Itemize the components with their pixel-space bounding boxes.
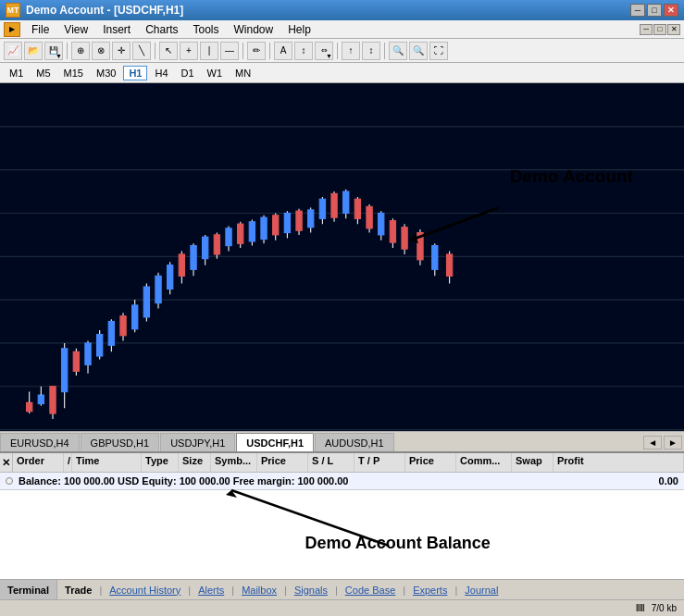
title-bar: MT Demo Account - [USDCHF,H1] ─ □ ✕ [0, 0, 684, 20]
zoom-btn[interactable]: 🔍 [389, 42, 407, 60]
crosshair-btn[interactable]: ✛ [112, 42, 131, 60]
tf-d1[interactable]: D1 [176, 66, 200, 80]
zoom-out2-btn[interactable]: 🔍 [409, 42, 428, 60]
minimize-button[interactable]: ─ [630, 4, 645, 17]
svg-rect-40 [191, 246, 196, 270]
svg-rect-36 [168, 265, 173, 290]
svg-rect-13 [38, 395, 44, 403]
demo-balance-annotation: Demo Account Balance [305, 534, 490, 553]
tf-mn[interactable]: MN [230, 66, 256, 80]
chart-scroll-left[interactable]: ◄ [643, 436, 662, 450]
svg-rect-30 [132, 305, 138, 329]
tf-m15[interactable]: M15 [58, 66, 89, 80]
candlestick-chart [0, 83, 684, 451]
svg-rect-34 [155, 276, 161, 302]
tab-signals[interactable]: Signals [287, 583, 335, 598]
open-btn[interactable]: 📂 [24, 42, 43, 60]
svg-rect-44 [214, 235, 219, 254]
svg-rect-62 [319, 199, 325, 218]
plus-btn[interactable]: + [180, 42, 198, 60]
tab-mailbox[interactable]: Mailbox [234, 583, 284, 598]
tf-m1[interactable]: M1 [4, 66, 29, 80]
zoom-out-btn[interactable]: ⊗ [92, 42, 110, 60]
svg-rect-80 [432, 246, 438, 270]
svg-rect-58 [296, 211, 302, 230]
svg-rect-60 [308, 210, 314, 228]
close-button[interactable]: ✕ [664, 4, 678, 17]
tf-m30[interactable]: M30 [91, 66, 121, 80]
svg-rect-54 [273, 216, 279, 235]
terminal-panel: ✕ Order / Time Type Size Symb... Price S… [0, 451, 684, 599]
line-btn[interactable]: ╲ [132, 42, 151, 60]
menu-file[interactable]: File [24, 21, 56, 38]
tab-journal[interactable]: Journal [457, 583, 505, 598]
restore-button[interactable]: □ [647, 4, 662, 17]
zoom-in-btn[interactable]: ⊕ [71, 42, 90, 60]
chart-tab-eurusd-h4[interactable]: EURUSD,H4 [0, 433, 80, 451]
svg-rect-28 [120, 316, 126, 336]
status-icon: IIIII [636, 603, 644, 613]
status-bar: IIIII 7/0 kb [0, 599, 684, 616]
pen-btn[interactable]: ✏ [247, 42, 266, 60]
expand-btn[interactable]: ⇔ ▼ [315, 42, 333, 60]
col-time: Time [72, 453, 142, 472]
svg-rect-50 [249, 222, 255, 241]
chart-scroll-right[interactable]: ► [664, 436, 682, 450]
window-controls: ─ □ ✕ [630, 4, 678, 17]
tab-trade[interactable]: Trade [57, 583, 99, 598]
svg-marker-86 [226, 490, 237, 498]
svg-rect-18 [62, 349, 68, 392]
menu-insert[interactable]: Insert [95, 21, 138, 38]
menu-window[interactable]: Window [227, 21, 281, 38]
col-sort: / [64, 453, 72, 472]
chart-tab-usdchf-h1[interactable]: USDCHF,H1 [236, 433, 314, 451]
tab-alerts[interactable]: Alerts [191, 583, 231, 598]
chart-tab-audusd-h1[interactable]: AUDUSD,H1 [315, 433, 394, 451]
svg-rect-66 [343, 191, 349, 213]
inner-restore-btn[interactable]: □ [653, 24, 666, 35]
chart-tab-usdjpy-h1[interactable]: USDJPY,H1 [160, 433, 235, 451]
save-btn[interactable]: 💾 ▼ [44, 42, 63, 60]
chart-container: Demo Account EURUSD,H4 GBPUSD,H1 USDJPY,… [0, 83, 684, 451]
vert-line-btn[interactable]: | [200, 42, 218, 60]
main-window: MT Demo Account - [USDCHF,H1] ─ □ ✕ ▶ Fi… [0, 0, 684, 616]
svg-rect-16 [50, 387, 56, 413]
fullscreen-btn[interactable]: ⛶ [429, 42, 448, 60]
tab-account-history[interactable]: Account History [102, 583, 188, 598]
svg-rect-74 [390, 221, 395, 242]
menu-help[interactable]: Help [280, 21, 318, 38]
order-table-header: ✕ Order / Time Type Size Symb... Price S… [0, 453, 684, 473]
inner-close-btn[interactable]: ✕ [667, 24, 680, 35]
new-chart-btn[interactable]: 📈 [4, 42, 22, 60]
menu-view[interactable]: View [56, 21, 95, 38]
col-profit: Profit [553, 453, 684, 472]
col-price2: Price [405, 453, 456, 472]
col-order: Order [13, 453, 64, 472]
tf-h1[interactable]: H1 [123, 66, 147, 80]
demo-account-label: Demo Account [510, 166, 633, 187]
svg-rect-32 [143, 287, 149, 317]
menu-tools[interactable]: Tools [186, 21, 227, 38]
hline-btn[interactable]: — [220, 42, 239, 60]
col-size: Size [179, 453, 211, 472]
fib-btn[interactable]: ↕ [294, 42, 313, 60]
tab-codebase[interactable]: Code Base [338, 583, 403, 598]
inner-minimize-btn[interactable]: ─ [640, 24, 653, 35]
arrow-btn[interactable]: ↖ [159, 42, 178, 60]
title-text: Demo Account - [USDCHF,H1] [26, 4, 183, 17]
chart-tab-gbpusd-h1[interactable]: GBPUSD,H1 [81, 433, 160, 451]
tf-w1[interactable]: W1 [202, 66, 229, 80]
chart-scroll-btn[interactable]: ↕ [362, 42, 380, 60]
terminal-label: Terminal [0, 580, 57, 599]
col-symbol: Symb... [211, 453, 257, 472]
tf-m5[interactable]: M5 [31, 66, 56, 80]
chart-up-btn[interactable]: ↑ [342, 42, 360, 60]
tf-h4[interactable]: H4 [149, 66, 173, 80]
terminal-tab-bar: Terminal Trade | Account History | Alert… [0, 579, 684, 599]
text-btn[interactable]: A [274, 42, 292, 60]
tab-experts[interactable]: Experts [405, 583, 454, 598]
menu-charts[interactable]: Charts [138, 21, 185, 38]
terminal-collapse-btn[interactable]: ✕ [0, 453, 13, 472]
balance-indicator [6, 477, 13, 485]
sep4 [269, 43, 270, 59]
